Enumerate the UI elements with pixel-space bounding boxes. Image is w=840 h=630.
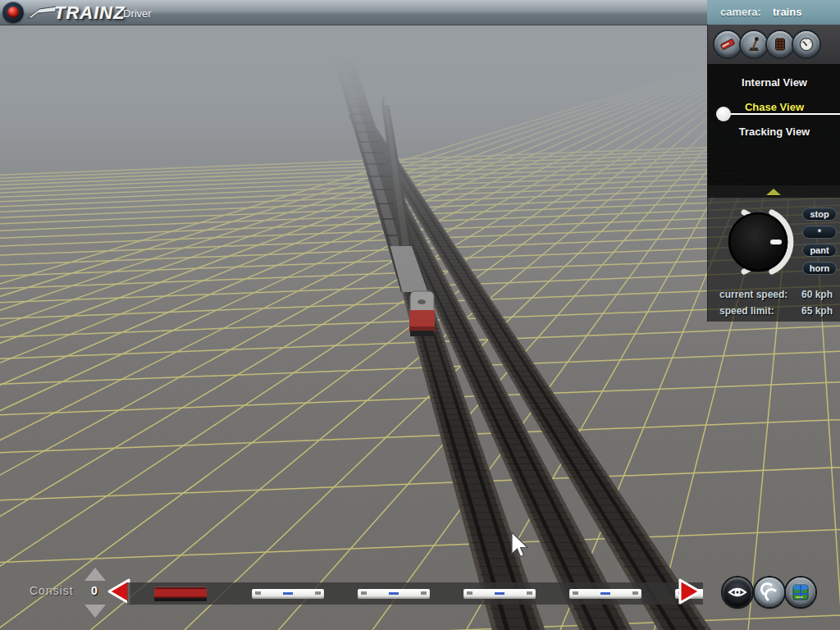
speed-limit-value: 65 kph [801,305,833,317]
car-logo [283,592,293,595]
power-button[interactable] [2,2,24,23]
car-logo [389,592,399,595]
speed-limit-row: speed limit: 65 kph [708,305,840,318]
consist-car-locomotive[interactable] [154,587,207,601]
consist-up-arrow[interactable] [84,568,106,581]
throttle-panel: stop * pant horn current speed: 60 kph s… [707,198,840,322]
coupler-mark [527,591,532,595]
view-item-internal[interactable]: Internal View [708,72,840,94]
consist-down-arrow[interactable] [84,605,106,618]
map-icon [789,581,812,604]
consist-car-passenger[interactable] [252,589,324,599]
stop-button[interactable]: stop [802,208,837,221]
pantograph-button[interactable]: pant [802,244,837,257]
control-lever-button[interactable] [741,31,767,57]
selected-view-dot[interactable] [716,107,731,121]
mode-label: Driver [123,7,152,20]
consist-strip[interactable] [127,582,703,605]
camera-label: camera: [720,6,761,18]
coupler-mark [255,591,261,595]
consist-car-passenger[interactable] [463,589,536,599]
consist-count: 0 [85,584,103,597]
gauge-icon [797,35,815,53]
top-bar: TRAINZ Driver [0,0,707,25]
selected-view-line [724,113,840,115]
view-toggle-button[interactable] [723,578,752,607]
throttle-indicator [770,240,782,244]
control-lever-icon [745,35,763,53]
consist-label: Consist [30,584,74,597]
trainz-driver-screen: TRAINZ Driver camera: trains [0,0,840,630]
map-toggle-button[interactable] [786,578,815,607]
consist-scroll-right-button[interactable] [675,577,705,606]
camera-value[interactable]: trains [773,6,801,18]
car-logo [495,592,504,595]
gauge-view-button[interactable] [793,31,819,57]
current-speed-row: current speed: 60 kph [708,289,840,302]
coupler-mark [421,591,427,595]
train-camera-icon [719,35,737,53]
app-logo: TRAINZ [54,2,126,24]
train-camera-button[interactable] [714,31,741,57]
eye-icon [726,581,749,604]
consist-car-passenger[interactable] [569,589,641,599]
camera-buttons-row [707,25,840,64]
control-stand-button[interactable] [767,31,793,57]
camera-bar: camera: trains [707,0,840,25]
current-speed-value: 60 kph [801,289,833,300]
trainz-swoosh-icon [26,5,57,20]
car-logo [600,592,610,595]
coupler-mark [361,591,367,595]
asterisk-button[interactable]: * [802,226,837,239]
coupler-mark [467,591,472,595]
horn-button[interactable]: horn [802,262,837,275]
mouse-cursor [510,532,530,558]
panel-collapse-strip[interactable] [707,185,840,198]
reverse-direction-button[interactable] [755,578,784,607]
collapse-arrow-icon [766,189,781,195]
consist-car-passenger[interactable] [358,589,430,599]
cursor-arrow-icon [510,532,530,558]
speed-limit-label: speed limit: [719,305,774,317]
control-stand-icon [771,35,789,53]
coupler-mark [573,591,578,595]
view-menu: Internal View Chase View Tracking View [707,64,840,185]
swirl-icon [758,581,781,604]
current-speed-label: current speed: [719,289,788,300]
power-light [7,7,19,18]
view-item-tracking[interactable]: Tracking View [708,121,840,143]
coupler-mark [315,591,321,595]
coupler-mark [632,591,638,595]
